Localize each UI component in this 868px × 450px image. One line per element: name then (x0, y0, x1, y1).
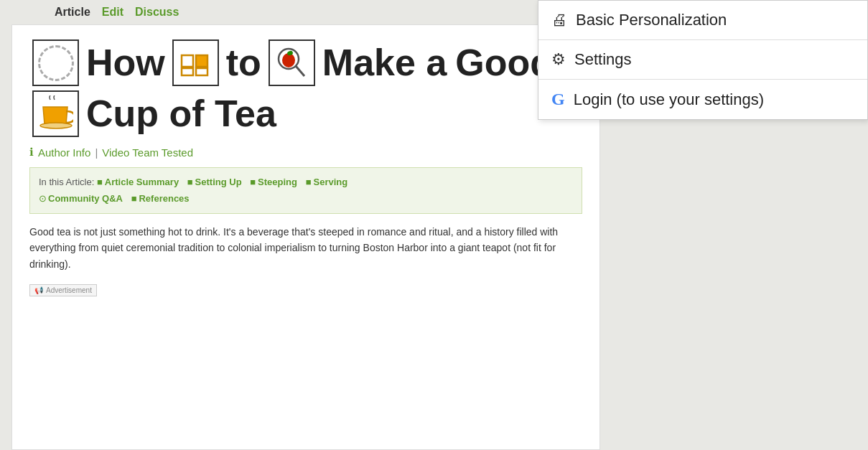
article-title: How to (29, 39, 582, 137)
nav-links-row2: ⊙Community Q&A ■References (39, 193, 190, 204)
svg-rect-0 (182, 55, 193, 67)
nav-link-community-qa[interactable]: Community Q&A (48, 193, 123, 204)
teacup-icon-box (32, 90, 79, 137)
advertisement-badge[interactable]: 📢 Advertisement (29, 284, 97, 296)
tab-discuss[interactable]: Discuss (135, 6, 179, 19)
video-team-link[interactable]: Video Team Tested (102, 146, 193, 159)
tab-article[interactable]: Article (55, 6, 90, 19)
nav-links-row1: ■Article Summary ■Setting Up ■Steeping ■… (97, 177, 347, 187)
svg-rect-2 (196, 68, 207, 75)
nav-link-references[interactable]: References (139, 193, 189, 204)
dropdown-item-basic-personalization[interactable]: 🖨 Basic Personalization (538, 1, 867, 40)
dropdown-menu: 🖨 Basic Personalization ⚙ Settings G Log… (538, 0, 868, 120)
nav-link-serving[interactable]: Serving (313, 177, 347, 187)
nav-link-setting-up[interactable]: Setting Up (195, 177, 242, 187)
magnifier-icon-svg (273, 44, 310, 82)
svg-line-5 (296, 66, 304, 76)
title-word-make: Make a (322, 42, 447, 83)
basic-personalization-label: Basic Personalization (576, 11, 727, 29)
help-icon: ⊙ (39, 193, 47, 204)
article-body: Good tea is not just something hot to dr… (29, 224, 582, 272)
dot4: ■ (306, 177, 312, 187)
svg-point-6 (282, 53, 295, 67)
dot2: ■ (187, 177, 193, 187)
nav-link-steeping[interactable]: Steeping (258, 177, 297, 187)
table-icon-svg (180, 48, 210, 78)
dot5: ■ (131, 193, 137, 204)
nav-link-summary[interactable]: Article Summary (105, 177, 179, 187)
nav-tabs: Article Edit Discuss (55, 6, 179, 19)
table-icon-box (172, 39, 219, 86)
svg-rect-3 (182, 68, 193, 75)
dot1: ■ (97, 177, 103, 187)
separator: | (95, 146, 98, 159)
author-info-bar: ℹ Author Info | Video Team Tested (29, 146, 582, 159)
ad-icon: 📢 (34, 286, 43, 294)
circle-icon-box (32, 39, 79, 86)
login-label: Login (to use your settings) (574, 90, 764, 109)
title-word-how: How (86, 42, 165, 83)
author-info-link[interactable]: Author Info (38, 146, 90, 159)
settings-label: Settings (574, 50, 632, 69)
magnifier-icon-box (269, 39, 315, 86)
google-icon: G (551, 90, 565, 109)
title-word-cup: Cup of Tea (86, 93, 276, 134)
ad-label: Advertisement (46, 286, 92, 294)
article-content: How to (11, 24, 600, 450)
printer-icon: 🖨 (551, 11, 567, 29)
in-this-article-label: In this Article: (39, 177, 94, 187)
dashed-circle-icon (38, 45, 74, 81)
tab-edit[interactable]: Edit (102, 6, 123, 19)
dropdown-item-login[interactable]: G Login (to use your settings) (538, 80, 867, 119)
dropdown-item-settings[interactable]: ⚙ Settings (538, 40, 867, 80)
svg-rect-1 (196, 55, 207, 67)
teacup-icon-svg (39, 95, 73, 133)
info-icon: ℹ (29, 146, 34, 159)
title-word-to: to (226, 42, 261, 83)
dot3: ■ (250, 177, 256, 187)
gear-icon: ⚙ (551, 50, 566, 69)
svg-point-8 (40, 123, 72, 128)
article-nav: In this Article: ■Article Summary ■Setti… (29, 167, 582, 214)
